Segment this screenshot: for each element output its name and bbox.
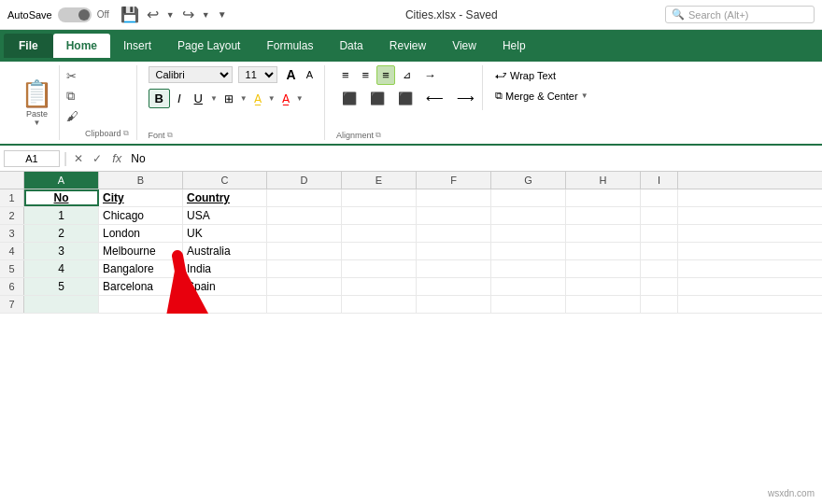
- italic-button[interactable]: I: [172, 89, 187, 108]
- cell-G1[interactable]: [491, 189, 566, 206]
- cell-F4[interactable]: [417, 243, 491, 259]
- cell-E6[interactable]: [342, 278, 417, 295]
- bold-button[interactable]: B: [149, 89, 170, 108]
- cell-H5[interactable]: [566, 260, 641, 277]
- increase-indent-button[interactable]: ⟶: [451, 89, 480, 108]
- shrink-font-button[interactable]: A: [303, 67, 317, 82]
- cell-I3[interactable]: [641, 225, 678, 242]
- align-center-button[interactable]: ⬛: [364, 89, 390, 108]
- customize-icon[interactable]: ▼: [218, 9, 227, 20]
- cell-B1[interactable]: City: [99, 189, 183, 206]
- cell-D1[interactable]: [267, 189, 342, 206]
- tab-file[interactable]: File: [4, 34, 53, 58]
- col-header-G[interactable]: G: [491, 172, 566, 189]
- redo-dropdown-icon[interactable]: ▼: [202, 10, 210, 20]
- cell-B6[interactable]: Barcelona: [99, 278, 183, 295]
- cell-E7[interactable]: [342, 296, 417, 313]
- cell-G4[interactable]: [491, 243, 566, 259]
- merge-center-button[interactable]: ⧉ Merge & Center ▼: [489, 87, 595, 105]
- font-expand-icon[interactable]: ⧉: [167, 131, 173, 140]
- row-number-6[interactable]: 6: [0, 278, 24, 295]
- cell-I2[interactable]: [641, 207, 678, 224]
- cell-D2[interactable]: [267, 207, 342, 224]
- borders-dropdown[interactable]: ▼: [240, 94, 248, 103]
- undo-icon[interactable]: ↩: [147, 6, 159, 23]
- cell-I7[interactable]: [641, 296, 678, 313]
- paste-dropdown[interactable]: ▼: [34, 119, 41, 127]
- col-header-D[interactable]: D: [267, 172, 342, 189]
- col-header-H[interactable]: H: [566, 172, 641, 189]
- cell-A5[interactable]: 4: [24, 260, 99, 277]
- col-header-F[interactable]: F: [417, 172, 491, 189]
- cell-E3[interactable]: [342, 225, 417, 242]
- cell-H2[interactable]: [566, 207, 641, 224]
- cell-E4[interactable]: [342, 243, 417, 259]
- cell-F5[interactable]: [417, 260, 491, 277]
- font-color-dropdown[interactable]: ▼: [296, 94, 304, 103]
- cell-H6[interactable]: [566, 278, 641, 295]
- fill-dropdown[interactable]: ▼: [268, 94, 276, 103]
- cell-F2[interactable]: [417, 207, 491, 224]
- cell-C3[interactable]: UK: [183, 225, 267, 242]
- cell-A7[interactable]: [24, 296, 99, 313]
- merge-dropdown[interactable]: ▼: [581, 91, 588, 100]
- cell-D7[interactable]: [267, 296, 342, 313]
- cancel-formula-button[interactable]: ✕: [71, 151, 86, 166]
- cell-E1[interactable]: [342, 189, 417, 206]
- cell-F7[interactable]: [417, 296, 491, 313]
- indent-button[interactable]: →: [418, 65, 442, 85]
- cell-D6[interactable]: [267, 278, 342, 295]
- row-number-4[interactable]: 4: [0, 243, 24, 259]
- autosave-toggle[interactable]: [58, 7, 92, 22]
- cell-B2[interactable]: Chicago: [99, 207, 183, 224]
- cell-F3[interactable]: [417, 225, 491, 242]
- cell-G2[interactable]: [491, 207, 566, 224]
- search-box[interactable]: 🔍 Search (Alt+): [665, 6, 815, 23]
- row-number-7[interactable]: 7: [0, 296, 24, 313]
- cell-B7[interactable]: [99, 296, 183, 313]
- font-name-select[interactable]: Calibri: [149, 66, 233, 83]
- cell-C7[interactable]: [183, 296, 267, 313]
- cell-C4[interactable]: Australia: [183, 243, 267, 259]
- cell-I5[interactable]: [641, 260, 678, 277]
- grow-font-button[interactable]: A: [283, 65, 300, 84]
- cell-H4[interactable]: [566, 243, 641, 259]
- cell-A2[interactable]: 1: [24, 207, 99, 224]
- cell-E5[interactable]: [342, 260, 417, 277]
- redo-icon[interactable]: ↪: [182, 6, 194, 23]
- col-header-C[interactable]: C: [183, 172, 267, 189]
- cell-A1[interactable]: No: [24, 189, 99, 206]
- tab-view[interactable]: View: [439, 34, 489, 58]
- cell-H3[interactable]: [566, 225, 641, 242]
- align-top-right-button[interactable]: ≡: [376, 65, 395, 85]
- align-right-button[interactable]: ⬛: [392, 89, 418, 108]
- cell-I6[interactable]: [641, 278, 678, 295]
- cell-D3[interactable]: [267, 225, 342, 242]
- cell-G7[interactable]: [491, 296, 566, 313]
- copy-button[interactable]: ⧉: [64, 87, 81, 105]
- paste-button[interactable]: 📋 Paste ▼: [15, 65, 60, 140]
- tab-home[interactable]: Home: [53, 34, 110, 58]
- cell-A3[interactable]: 2: [24, 225, 99, 242]
- cell-B5[interactable]: Bangalore: [99, 260, 183, 277]
- cell-D4[interactable]: [267, 243, 342, 259]
- underline-button[interactable]: U: [189, 89, 208, 108]
- cell-F6[interactable]: [417, 278, 491, 295]
- cell-A6[interactable]: 5: [24, 278, 99, 295]
- row-number-2[interactable]: 2: [0, 207, 24, 224]
- align-left-button[interactable]: ⬛: [336, 89, 362, 108]
- col-header-A[interactable]: A: [24, 172, 99, 189]
- format-painter-button[interactable]: 🖌: [64, 107, 81, 125]
- tab-pagelayout[interactable]: Page Layout: [164, 34, 253, 58]
- cell-G6[interactable]: [491, 278, 566, 295]
- tab-review[interactable]: Review: [376, 34, 439, 58]
- cell-C1[interactable]: Country: [183, 189, 267, 206]
- cell-reference-input[interactable]: [4, 150, 60, 167]
- row-number-3[interactable]: 3: [0, 225, 24, 242]
- tab-insert[interactable]: Insert: [110, 34, 164, 58]
- cell-C6[interactable]: Spain: [183, 278, 267, 295]
- tab-formulas[interactable]: Formulas: [253, 34, 326, 58]
- decrease-indent-button[interactable]: ⟵: [420, 89, 449, 108]
- cell-A4[interactable]: 3: [24, 243, 99, 259]
- cell-G3[interactable]: [491, 225, 566, 242]
